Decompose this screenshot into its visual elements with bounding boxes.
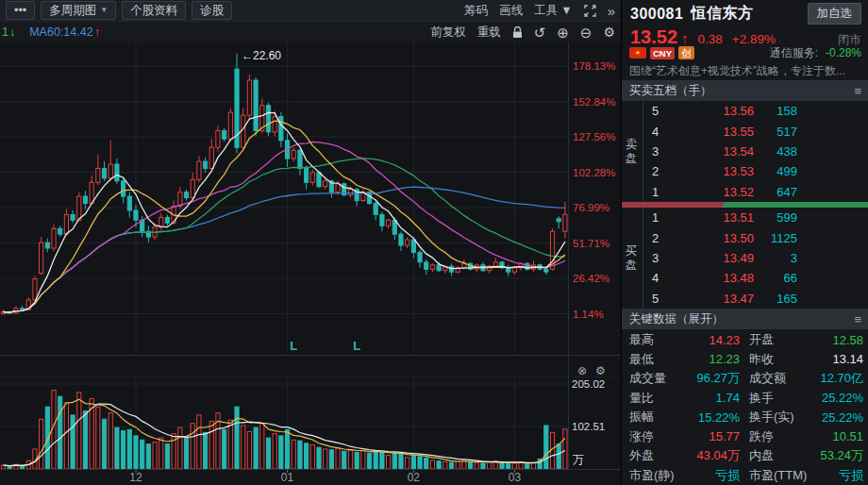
candle-body <box>64 214 68 234</box>
key-data-row: 量比1.74换手25.22% <box>629 389 863 409</box>
x-axis-label: 12 <box>129 471 142 484</box>
volume-bar <box>342 451 346 469</box>
lock-icon[interactable] <box>512 26 523 39</box>
chips-link[interactable]: 筹码 <box>464 3 488 19</box>
candle-body <box>399 234 403 245</box>
sell-row[interactable]: 113.52647 <box>643 182 868 202</box>
volume: 3 <box>754 251 868 265</box>
key-data-row: 市盈(静)亏损市盈(TTM)亏损 <box>629 466 863 485</box>
candle-body <box>242 115 245 147</box>
sell-row[interactable]: 513.56158 <box>643 101 868 121</box>
candle-body <box>216 130 220 147</box>
volume-bar <box>526 463 529 469</box>
sell-row[interactable]: 213.53499 <box>643 161 868 181</box>
key-data-label: 外盘 <box>629 447 686 464</box>
y-axis-label: 26.42% <box>573 273 609 284</box>
tab-stock-info[interactable]: 个股资料 <box>122 1 186 20</box>
volume-bar <box>512 463 516 469</box>
volume-bar <box>324 449 327 469</box>
tab-multi-period[interactable]: 多周期图▼ <box>41 1 116 20</box>
reload-link[interactable]: 重载 <box>477 25 501 41</box>
price: 13.48 <box>680 271 754 285</box>
l-event-marker[interactable]: L <box>353 339 360 353</box>
l-event-marker[interactable]: L <box>290 339 297 353</box>
close-icon[interactable]: ⊗ <box>577 364 587 377</box>
y-axis-label: 102.28% <box>573 167 615 178</box>
buy-row[interactable]: 413.4866 <box>643 268 868 288</box>
candle-body <box>374 204 377 215</box>
expand-panel-icon[interactable]: » <box>608 3 615 19</box>
candle-body <box>292 150 295 159</box>
volume: 1125 <box>754 231 868 245</box>
sell-row[interactable]: 413.55517 <box>643 121 868 141</box>
key-data-value: 25.22% <box>819 410 863 425</box>
candle-body <box>209 147 213 168</box>
candle-body <box>20 309 24 309</box>
key-data-value: 12.58 <box>819 333 863 347</box>
candle-body <box>197 161 201 179</box>
candle-body <box>203 161 207 168</box>
candle-body <box>33 279 37 300</box>
fullscreen-icon[interactable] <box>584 5 596 17</box>
candle-body <box>178 192 182 207</box>
menu-icon[interactable]: ≡ <box>854 312 861 326</box>
candle-body <box>247 80 251 115</box>
menu-icon[interactable]: ≡ <box>854 84 861 98</box>
candle-body <box>557 219 560 222</box>
zoom-out-icon[interactable]: ⊖ <box>580 25 593 40</box>
ma-line-ma10 <box>4 121 565 312</box>
buy-row[interactable]: 313.493 <box>643 248 868 268</box>
volume-bar <box>310 445 314 469</box>
candle-body <box>563 214 567 231</box>
price: 13.56 <box>680 104 754 118</box>
candle-body <box>102 168 106 177</box>
volume-bar <box>531 462 535 469</box>
y-axis-label: 152.84% <box>573 96 615 108</box>
volume-bar <box>305 443 309 469</box>
buy-row[interactable]: 513.47165 <box>643 289 868 309</box>
key-data-label: 跌停 <box>740 428 819 445</box>
volume-bar <box>336 448 340 469</box>
candle-body <box>254 80 258 130</box>
key-data-value: 96.27万 <box>686 370 740 387</box>
adjust-mode-link[interactable]: 前复权 <box>430 25 466 41</box>
volume-bar <box>83 411 87 469</box>
level: 5 <box>643 104 680 118</box>
level: 2 <box>643 231 680 245</box>
candle-body <box>305 168 309 182</box>
undo-icon[interactable]: ↺ <box>534 25 546 40</box>
price: 13.53 <box>680 164 754 178</box>
sell-row[interactable]: 313.54438 <box>643 142 868 161</box>
candle-body <box>348 190 352 195</box>
volume-bar <box>329 450 333 469</box>
candle-body <box>418 252 422 261</box>
order-book-header: 买卖五档（手） ≡ <box>622 80 868 101</box>
key-data-label: 最低 <box>629 351 686 368</box>
candle-body <box>317 173 321 187</box>
settings-gear-icon[interactable]: ⚙ <box>603 25 615 39</box>
key-data-label: 昨收 <box>740 351 819 368</box>
more-menu-button[interactable]: ••• <box>6 1 35 20</box>
tools-dropdown[interactable]: 工具▼ <box>534 3 572 19</box>
candle-body <box>512 268 516 272</box>
sector-change: -0.28% <box>826 46 861 59</box>
gear-icon[interactable]: ⚙ <box>595 364 606 377</box>
volume-bar <box>292 440 295 469</box>
kline-chart[interactable]: 178.13%152.84%127.56%102.28%76.99%51.71%… <box>0 0 621 485</box>
draw-line-link[interactable]: 画线 <box>499 3 523 19</box>
buy-row[interactable]: 213.501125 <box>643 227 868 247</box>
sector-link[interactable]: 通信服务: <box>770 45 818 61</box>
tab-diagnose[interactable]: 诊股 <box>192 1 232 20</box>
buy-row[interactable]: 113.51599 <box>643 208 868 227</box>
level: 4 <box>643 125 680 139</box>
y-axis-label: 51.71% <box>573 238 609 249</box>
candle-body <box>380 214 384 226</box>
toolbar-row-2: 1 ↓ MA60:14.42 ↑ 前复权 重载 ↺ ⊕ ⊖ ⚙ <box>0 22 621 42</box>
zoom-in-icon[interactable]: ⊕ <box>557 25 569 40</box>
key-data-label: 涨停 <box>629 428 686 445</box>
price: 13.49 <box>680 251 754 265</box>
toolbar-right-tools: 前复权 重载 ↺ ⊕ ⊖ ⚙ <box>430 22 615 42</box>
ma-line-ma20 <box>4 142 565 312</box>
add-watchlist-button[interactable]: 加自选 <box>808 3 862 25</box>
volume-bar <box>8 466 11 469</box>
